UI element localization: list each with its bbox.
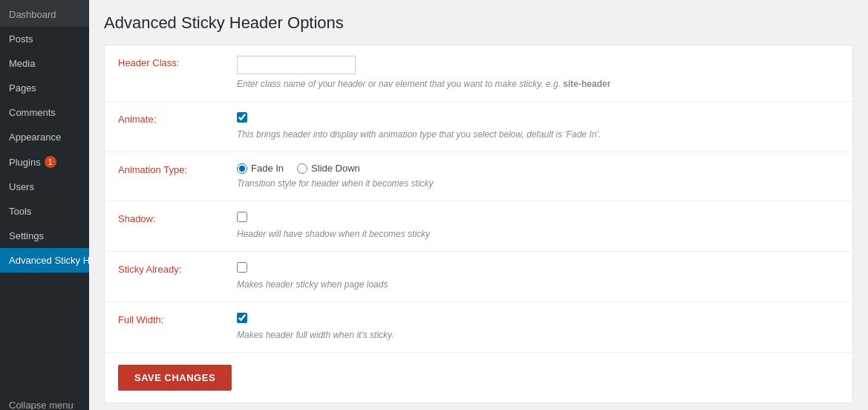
option-row-sticky-already: Sticky Already: Makes header sticky when… [105,252,852,302]
desc-animate: This brings header into display with ani… [237,128,839,141]
label-animate: Animate: [118,112,237,125]
sidebar-item-dashboard[interactable]: Dashboard [0,0,89,27]
sidebar: Dashboard Posts Media Pages Comments App… [0,0,89,410]
label-sticky-already: Sticky Already: [118,262,237,275]
sidebar-item-advanced-sticky-header[interactable]: Advanced Sticky Header [0,248,89,273]
desc-shadow: Header will have shadow when it becomes … [237,227,839,241]
radio-slide-down[interactable]: Slide Down [297,163,360,174]
page-title: Advanced Sticky Header Options [104,13,853,33]
save-button-area: SAVE CHANGES [105,353,852,403]
option-row-shadow: Shadow: Header will have shadow when it … [105,201,852,252]
label-animation-type: Animation Type: [118,163,237,175]
sidebar-item-media[interactable]: Media [0,51,89,76]
main-content: Advanced Sticky Header Options Header Cl… [89,0,868,410]
option-row-animation-type: Animation Type: Fade In Slide Down Trans… [105,152,852,201]
sidebar-item-pages[interactable]: Pages [0,76,89,100]
desc-full-width: Makes header full width when it's sticky… [237,328,839,342]
collapse-menu[interactable]: Collapse menu [0,394,89,410]
sidebar-item-comments[interactable]: Comments [0,100,89,125]
radio-slide-down-input[interactable] [297,163,307,174]
sidebar-item-posts[interactable]: Posts [0,27,89,51]
sidebar-item-appearance[interactable]: Appearance [0,125,89,149]
content-animate: This brings header into display with ani… [237,112,839,141]
option-row-header-class: Header Class: Enter class name of your h… [105,45,852,102]
animate-checkbox[interactable] [237,112,247,123]
content-animation-type: Fade In Slide Down Transition style for … [237,163,839,190]
sidebar-item-tools[interactable]: Tools [0,199,89,224]
shadow-checkbox[interactable] [237,212,247,222]
options-card: Header Class: Enter class name of your h… [104,45,853,403]
option-row-full-width: Full Width: Makes header full width when… [105,302,852,353]
label-shadow: Shadow: [118,212,237,224]
content-header-class: Enter class name of your header or nav e… [237,56,839,91]
sidebar-item-settings[interactable]: Settings [0,224,89,248]
plugins-badge: 1 [45,156,56,168]
desc-sticky-already: Makes header sticky when page loads [237,278,839,291]
save-button[interactable]: SAVE CHANGES [118,365,232,391]
content-full-width: Makes header full width when it's sticky… [237,313,839,342]
radio-fade-in-input[interactable] [237,163,247,174]
option-row-animate: Animate: This brings header into display… [105,102,852,152]
desc-header-class: Enter class name of your header or nav e… [237,77,839,91]
radio-fade-in[interactable]: Fade In [237,163,284,174]
sidebar-item-users[interactable]: Users [0,175,89,199]
content-sticky-already: Makes header sticky when page loads [237,262,839,291]
sticky-already-checkbox[interactable] [237,262,247,273]
header-class-input[interactable] [237,56,356,74]
label-header-class: Header Class: [118,56,237,68]
sidebar-item-plugins[interactable]: Plugins 1 [0,149,89,175]
desc-animation-type: Transition style for header when it beco… [237,177,839,190]
label-full-width: Full Width: [118,313,237,325]
content-shadow: Header will have shadow when it becomes … [237,212,839,241]
full-width-checkbox[interactable] [237,313,247,323]
animation-type-radio-group: Fade In Slide Down [237,163,839,174]
